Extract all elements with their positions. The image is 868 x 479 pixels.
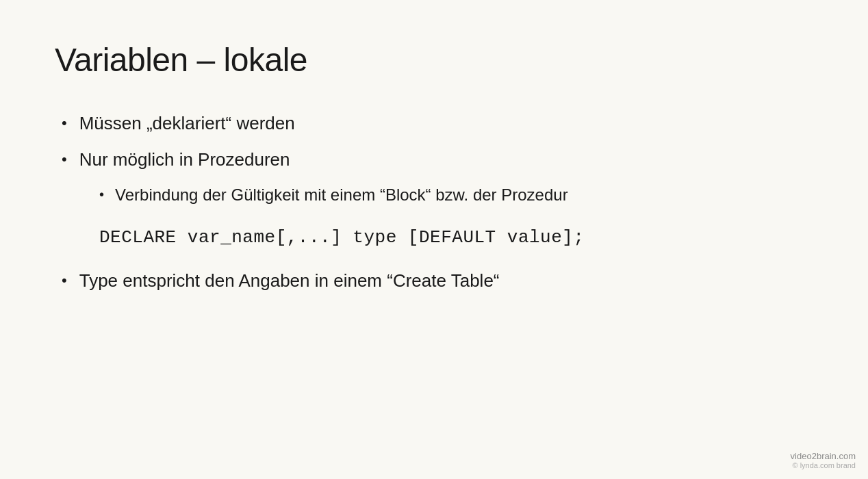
bullet-item-2: • Nur möglich in Prozeduren (62, 149, 813, 170)
watermark-line2: © lynda.com brand (791, 461, 856, 469)
slide: Variablen – lokale • Müssen „deklariert“… (0, 0, 868, 479)
code-block: DECLARE var_name[,...] type [DEFAULT val… (99, 225, 813, 250)
bullet-dot-2-sub: • (99, 187, 104, 203)
watermark-line1: video2brain.com (791, 451, 856, 461)
bullet-dot-1: • (62, 114, 67, 132)
bullet-item-2-sub: • Verbindung der Gültigkeit mit einem “B… (99, 185, 813, 205)
bullet-text-2: Nur möglich in Prozeduren (79, 149, 290, 170)
bullet-text-3: Type entspricht den Angaben in einem “Cr… (79, 270, 500, 292)
bullet-dot-3: • (62, 272, 67, 289)
bullet-text-2-sub: Verbindung der Gültigkeit mit einem “Blo… (115, 185, 568, 205)
bullet-item-3: • Type entspricht den Angaben in einem “… (62, 270, 813, 292)
bullet-dot-2: • (62, 151, 67, 168)
bullet-item-1: • Müssen „deklariert“ werden (62, 113, 813, 134)
bullet-text-1: Müssen „deklariert“ werden (79, 113, 295, 134)
watermark: video2brain.com © lynda.com brand (791, 451, 856, 469)
code-text: DECLARE var_name[,...] type [DEFAULT val… (99, 227, 585, 248)
slide-title: Variablen – lokale (55, 41, 813, 79)
content-area: • Müssen „deklariert“ werden • Nur mögli… (55, 113, 813, 292)
